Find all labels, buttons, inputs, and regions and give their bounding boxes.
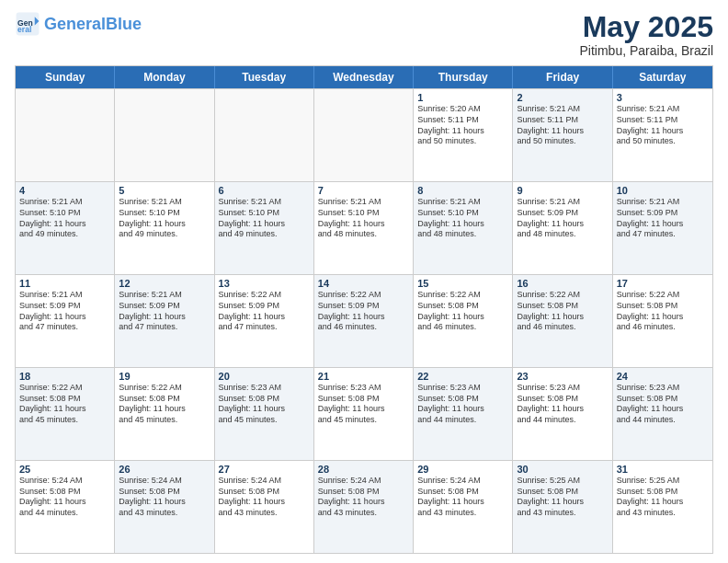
- day-info: Sunrise: 5:24 AM Sunset: 5:08 PM Dayligh…: [19, 476, 110, 519]
- calendar-cell: 22Sunrise: 5:23 AM Sunset: 5:08 PM Dayli…: [414, 368, 513, 460]
- calendar-cell: 3Sunrise: 5:21 AM Sunset: 5:11 PM Daylig…: [613, 89, 712, 181]
- weekday-header: Wednesday: [314, 66, 414, 88]
- day-info: Sunrise: 5:25 AM Sunset: 5:08 PM Dayligh…: [517, 476, 608, 519]
- day-info: Sunrise: 5:21 AM Sunset: 5:09 PM Dayligh…: [617, 197, 709, 240]
- calendar-cell: 13Sunrise: 5:22 AM Sunset: 5:09 PM Dayli…: [215, 275, 314, 367]
- calendar-cell: 17Sunrise: 5:22 AM Sunset: 5:08 PM Dayli…: [613, 275, 712, 367]
- day-number: 25: [19, 464, 110, 475]
- calendar-cell: 21Sunrise: 5:23 AM Sunset: 5:08 PM Dayli…: [314, 368, 414, 460]
- day-number: 16: [517, 278, 608, 289]
- day-number: 2: [517, 92, 608, 103]
- month-title: May 2025: [579, 11, 713, 43]
- calendar-cell: 31Sunrise: 5:25 AM Sunset: 5:08 PM Dayli…: [613, 461, 712, 553]
- calendar-cell: [115, 89, 214, 181]
- calendar-cell: 19Sunrise: 5:22 AM Sunset: 5:08 PM Dayli…: [115, 368, 214, 460]
- day-info: Sunrise: 5:22 AM Sunset: 5:09 PM Dayligh…: [318, 290, 409, 333]
- day-number: 5: [119, 185, 210, 196]
- day-info: Sunrise: 5:23 AM Sunset: 5:08 PM Dayligh…: [219, 383, 310, 426]
- calendar-cell: 14Sunrise: 5:22 AM Sunset: 5:09 PM Dayli…: [314, 275, 414, 367]
- calendar-body: 1Sunrise: 5:20 AM Sunset: 5:11 PM Daylig…: [16, 88, 712, 553]
- calendar-cell: 15Sunrise: 5:22 AM Sunset: 5:08 PM Dayli…: [414, 275, 513, 367]
- calendar-cell: [314, 89, 414, 181]
- calendar-row: 1Sunrise: 5:20 AM Sunset: 5:11 PM Daylig…: [16, 88, 712, 181]
- calendar-cell: 9Sunrise: 5:21 AM Sunset: 5:09 PM Daylig…: [513, 182, 612, 274]
- calendar-cell: 29Sunrise: 5:24 AM Sunset: 5:08 PM Dayli…: [414, 461, 513, 553]
- calendar-cell: 10Sunrise: 5:21 AM Sunset: 5:09 PM Dayli…: [613, 182, 712, 274]
- title-block: May 2025 Pitimbu, Paraiba, Brazil: [579, 11, 713, 58]
- calendar-cell: 7Sunrise: 5:21 AM Sunset: 5:10 PM Daylig…: [314, 182, 414, 274]
- day-info: Sunrise: 5:22 AM Sunset: 5:08 PM Dayligh…: [119, 383, 210, 426]
- day-info: Sunrise: 5:21 AM Sunset: 5:09 PM Dayligh…: [517, 197, 608, 240]
- logo-general: General: [44, 15, 106, 33]
- day-number: 13: [219, 278, 310, 289]
- calendar-cell: 6Sunrise: 5:21 AM Sunset: 5:10 PM Daylig…: [215, 182, 314, 274]
- day-info: Sunrise: 5:22 AM Sunset: 5:08 PM Dayligh…: [19, 383, 110, 426]
- calendar-cell: 2Sunrise: 5:21 AM Sunset: 5:11 PM Daylig…: [513, 89, 612, 181]
- weekday-header: Tuesday: [215, 66, 314, 88]
- day-number: 20: [219, 371, 310, 382]
- day-info: Sunrise: 5:24 AM Sunset: 5:08 PM Dayligh…: [119, 476, 210, 519]
- day-number: 3: [617, 92, 709, 103]
- day-number: 12: [119, 278, 210, 289]
- day-number: 27: [219, 464, 310, 475]
- day-number: 29: [417, 464, 508, 475]
- calendar-cell: 4Sunrise: 5:21 AM Sunset: 5:10 PM Daylig…: [16, 182, 115, 274]
- logo-blue: Blue: [106, 15, 142, 33]
- day-number: 11: [19, 278, 110, 289]
- day-info: Sunrise: 5:24 AM Sunset: 5:08 PM Dayligh…: [417, 476, 508, 519]
- calendar-cell: [16, 89, 115, 181]
- day-info: Sunrise: 5:25 AM Sunset: 5:08 PM Dayligh…: [617, 476, 709, 519]
- weekday-header: Monday: [115, 66, 214, 88]
- day-number: 10: [617, 185, 709, 196]
- day-info: Sunrise: 5:22 AM Sunset: 5:08 PM Dayligh…: [417, 290, 508, 333]
- day-info: Sunrise: 5:21 AM Sunset: 5:09 PM Dayligh…: [119, 290, 210, 333]
- day-number: 22: [417, 371, 508, 382]
- calendar-cell: 24Sunrise: 5:23 AM Sunset: 5:08 PM Dayli…: [613, 368, 712, 460]
- calendar-cell: 27Sunrise: 5:24 AM Sunset: 5:08 PM Dayli…: [215, 461, 314, 553]
- calendar-cell: 20Sunrise: 5:23 AM Sunset: 5:08 PM Dayli…: [215, 368, 314, 460]
- day-number: 18: [19, 371, 110, 382]
- day-info: Sunrise: 5:23 AM Sunset: 5:08 PM Dayligh…: [417, 383, 508, 426]
- day-number: 4: [19, 185, 110, 196]
- day-info: Sunrise: 5:24 AM Sunset: 5:08 PM Dayligh…: [318, 476, 409, 519]
- calendar-row: 4Sunrise: 5:21 AM Sunset: 5:10 PM Daylig…: [16, 181, 712, 274]
- day-number: 24: [617, 371, 709, 382]
- day-number: 21: [318, 371, 409, 382]
- calendar-cell: 11Sunrise: 5:21 AM Sunset: 5:09 PM Dayli…: [16, 275, 115, 367]
- day-number: 17: [617, 278, 709, 289]
- calendar-row: 11Sunrise: 5:21 AM Sunset: 5:09 PM Dayli…: [16, 274, 712, 367]
- logo: Gen eral GeneralBlue: [15, 11, 142, 37]
- day-number: 6: [219, 185, 310, 196]
- day-info: Sunrise: 5:21 AM Sunset: 5:10 PM Dayligh…: [19, 197, 110, 240]
- day-number: 15: [417, 278, 508, 289]
- day-info: Sunrise: 5:21 AM Sunset: 5:11 PM Dayligh…: [617, 104, 709, 147]
- calendar-cell: [215, 89, 314, 181]
- calendar-cell: 18Sunrise: 5:22 AM Sunset: 5:08 PM Dayli…: [16, 368, 115, 460]
- logo-icon: Gen eral: [15, 11, 40, 37]
- day-number: 30: [517, 464, 608, 475]
- day-info: Sunrise: 5:21 AM Sunset: 5:11 PM Dayligh…: [517, 104, 608, 147]
- calendar-header: SundayMondayTuesdayWednesdayThursdayFrid…: [16, 66, 712, 88]
- day-info: Sunrise: 5:22 AM Sunset: 5:08 PM Dayligh…: [617, 290, 709, 333]
- page: Gen eral GeneralBlue May 2025 Pitimbu, P…: [0, 0, 728, 563]
- weekday-header: Friday: [513, 66, 612, 88]
- calendar-row: 25Sunrise: 5:24 AM Sunset: 5:08 PM Dayli…: [16, 460, 712, 553]
- calendar-cell: 30Sunrise: 5:25 AM Sunset: 5:08 PM Dayli…: [513, 461, 612, 553]
- logo-text: GeneralBlue: [44, 16, 142, 32]
- day-number: 19: [119, 371, 210, 382]
- day-info: Sunrise: 5:20 AM Sunset: 5:11 PM Dayligh…: [417, 104, 508, 147]
- day-number: 1: [417, 92, 508, 103]
- day-number: 31: [617, 464, 709, 475]
- header: Gen eral GeneralBlue May 2025 Pitimbu, P…: [15, 11, 713, 58]
- day-info: Sunrise: 5:23 AM Sunset: 5:08 PM Dayligh…: [617, 383, 709, 426]
- calendar: SundayMondayTuesdayWednesdayThursdayFrid…: [15, 65, 713, 554]
- day-info: Sunrise: 5:21 AM Sunset: 5:10 PM Dayligh…: [318, 197, 409, 240]
- day-number: 8: [417, 185, 508, 196]
- day-info: Sunrise: 5:21 AM Sunset: 5:10 PM Dayligh…: [119, 197, 210, 240]
- calendar-cell: 23Sunrise: 5:23 AM Sunset: 5:08 PM Dayli…: [513, 368, 612, 460]
- calendar-cell: 25Sunrise: 5:24 AM Sunset: 5:08 PM Dayli…: [16, 461, 115, 553]
- day-info: Sunrise: 5:24 AM Sunset: 5:08 PM Dayligh…: [219, 476, 310, 519]
- calendar-cell: 26Sunrise: 5:24 AM Sunset: 5:08 PM Dayli…: [115, 461, 214, 553]
- day-info: Sunrise: 5:21 AM Sunset: 5:10 PM Dayligh…: [417, 197, 508, 240]
- calendar-cell: 5Sunrise: 5:21 AM Sunset: 5:10 PM Daylig…: [115, 182, 214, 274]
